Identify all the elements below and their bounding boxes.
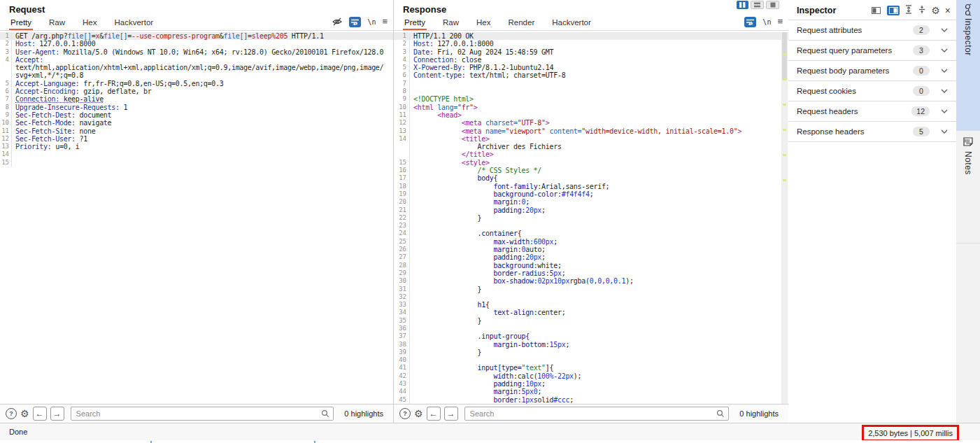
inspector-close-icon[interactable]: × xyxy=(945,6,951,15)
search-settings-gear-icon[interactable]: ⚙ xyxy=(414,409,423,419)
tab-pretty[interactable]: Pretty xyxy=(9,18,33,30)
chevron-down-icon[interactable] xyxy=(941,109,948,113)
expand-all-icon[interactable] xyxy=(904,4,913,17)
line-number: 31 xyxy=(394,286,410,293)
tab-render[interactable]: Render xyxy=(507,18,537,30)
inspector-section-response-headers[interactable]: Response headers5 xyxy=(788,121,956,141)
line-number: 2 xyxy=(394,40,410,48)
code-line: 44 margin:5px0; xyxy=(394,388,788,395)
chevron-down-icon[interactable] xyxy=(941,48,948,52)
line-number: 24 xyxy=(394,230,410,237)
side-tab-label: Inspector xyxy=(963,18,973,63)
request-highlight-count: 0 highlights xyxy=(337,409,388,418)
code-line: 25 max-width:600px; xyxy=(394,238,788,246)
request-editor[interactable]: 1GET /arg.php?file[]=x&file[]=--use-comp… xyxy=(0,32,393,405)
search-next-button[interactable]: → xyxy=(50,407,64,421)
code-line: 31 } xyxy=(394,286,788,293)
line-number: 30 xyxy=(394,277,410,285)
side-tab-notes[interactable]: Notes xyxy=(956,131,980,244)
help-icon[interactable]: ? xyxy=(399,408,411,419)
panel-menu-icon[interactable]: ≡ xyxy=(382,16,388,27)
tab-hackvertor[interactable]: Hackvertor xyxy=(113,18,155,30)
code-line: 7 xyxy=(394,80,788,87)
help-icon[interactable]: ? xyxy=(6,408,17,419)
line-number: 45 xyxy=(394,396,410,404)
search-prev-button[interactable]: ← xyxy=(427,407,441,421)
split-rows-view-icon[interactable] xyxy=(751,1,764,9)
tab-pretty[interactable]: Pretty xyxy=(403,18,427,30)
section-label: Request query parameters xyxy=(797,46,913,55)
tab-hackvertor[interactable]: Hackvertor xyxy=(551,18,592,30)
inspector-settings-gear-icon[interactable]: ⚙ xyxy=(931,6,940,15)
tab-raw[interactable]: Raw xyxy=(441,18,460,30)
chevron-down-icon[interactable] xyxy=(941,28,948,32)
response-search-bar: ? ⚙ ← → 0 highlights xyxy=(394,404,788,423)
section-count-badge: 0 xyxy=(913,86,930,96)
line-number: 1 xyxy=(394,32,410,40)
word-wrap-icon[interactable] xyxy=(744,17,756,27)
tab-raw[interactable]: Raw xyxy=(48,18,66,30)
code-line: 10<html lang="fr"> xyxy=(394,104,788,111)
section-count-badge: 12 xyxy=(911,106,930,116)
word-wrap-icon[interactable] xyxy=(349,17,361,27)
split-columns-view-icon[interactable] xyxy=(737,1,748,9)
chevron-down-icon[interactable] xyxy=(941,129,948,134)
code-line: 42 width:calc(100%-22px); xyxy=(394,372,788,380)
code-line: 41 input[type="text"]{ xyxy=(394,364,788,372)
inspector-section-request-query-parameters[interactable]: Request query parameters3 xyxy=(788,40,956,60)
code-line: 12Sec-Fetch-User: ?1 xyxy=(0,135,393,143)
side-tab-inspector[interactable]: Inspector xyxy=(956,0,980,131)
status-text: Done xyxy=(0,428,27,436)
response-editor[interactable]: 1HTTP/1.1 200 OK2Host: 127.0.0.1:80003Da… xyxy=(394,32,788,405)
section-label: Request attributes xyxy=(797,26,913,34)
collapse-all-icon[interactable] xyxy=(918,4,926,17)
panel-menu-icon[interactable]: ≡ xyxy=(777,16,783,27)
inspector-section-request-attributes[interactable]: Request attributes2 xyxy=(788,20,956,40)
code-line: 19 background-color:#f4f4f4; xyxy=(394,190,788,198)
line-number: 11 xyxy=(394,111,410,119)
line-number: 33 xyxy=(394,301,410,309)
line-number: 4 xyxy=(0,56,12,80)
code-line: 34 text-align:center; xyxy=(394,309,788,316)
request-panel: Request PrettyRawHexHackvertor \n ≡ 1GET… xyxy=(0,0,394,423)
pane-left-toggle-icon[interactable] xyxy=(869,6,882,15)
status-bar: Done 2,530 bytes | 5,007 millis xyxy=(0,423,980,440)
inspector-section-request-body-parameters[interactable]: Request body parameters0 xyxy=(788,60,956,80)
tab-hex[interactable]: Hex xyxy=(81,18,98,30)
code-line: 30 box-shadow:02px10pxrgba(0,0,0,0.1); xyxy=(394,277,788,285)
search-next-button[interactable]: → xyxy=(444,407,458,421)
response-search-input[interactable] xyxy=(469,409,717,419)
line-number: 12 xyxy=(0,135,12,143)
code-line: 5Accept-Language: fr,fr-FR;q=0.8,en-US;q… xyxy=(0,80,393,87)
search-prev-button[interactable]: ← xyxy=(33,407,47,421)
line-number: 34 xyxy=(394,309,410,316)
side-tab-strip: Inspector Notes xyxy=(956,0,980,423)
line-number: 1 xyxy=(0,32,12,40)
code-line: 20 margin:0; xyxy=(394,198,788,206)
line-number: 16 xyxy=(394,167,410,174)
line-number: 19 xyxy=(394,190,410,198)
tab-hex[interactable]: Hex xyxy=(475,18,492,30)
line-number: 25 xyxy=(394,238,410,246)
scrollbar-thumb[interactable] xyxy=(782,32,787,80)
inspector-section-request-cookies[interactable]: Request cookies0 xyxy=(788,80,956,101)
response-scrollbar[interactable] xyxy=(781,32,788,405)
request-search-input[interactable] xyxy=(75,409,322,419)
newline-toggle-icon[interactable]: \n xyxy=(762,16,771,27)
newline-toggle-icon[interactable]: \n xyxy=(367,16,376,27)
bottom-edge-artifact xyxy=(0,440,980,443)
code-line: 39 } xyxy=(394,349,788,356)
single-pane-view-icon[interactable] xyxy=(766,1,779,9)
code-line: 3Date: Fri, 02 Aug 2024 15:48:59 GMT xyxy=(394,48,788,56)
line-number: 44 xyxy=(394,388,410,395)
response-highlight-count: 0 highlights xyxy=(732,409,783,418)
chevron-down-icon[interactable] xyxy=(941,89,948,93)
hide-nonprintable-icon[interactable] xyxy=(332,16,343,27)
search-settings-gear-icon[interactable]: ⚙ xyxy=(20,409,29,419)
pane-right-toggle-icon[interactable] xyxy=(887,6,900,15)
line-number xyxy=(394,143,410,150)
inspector-section-request-headers[interactable]: Request headers12 xyxy=(788,101,956,121)
code-line: Archiver des Fichiers xyxy=(394,143,788,150)
chevron-down-icon[interactable] xyxy=(941,69,948,73)
code-line: 11Sec-Fetch-Site: none xyxy=(0,127,393,135)
